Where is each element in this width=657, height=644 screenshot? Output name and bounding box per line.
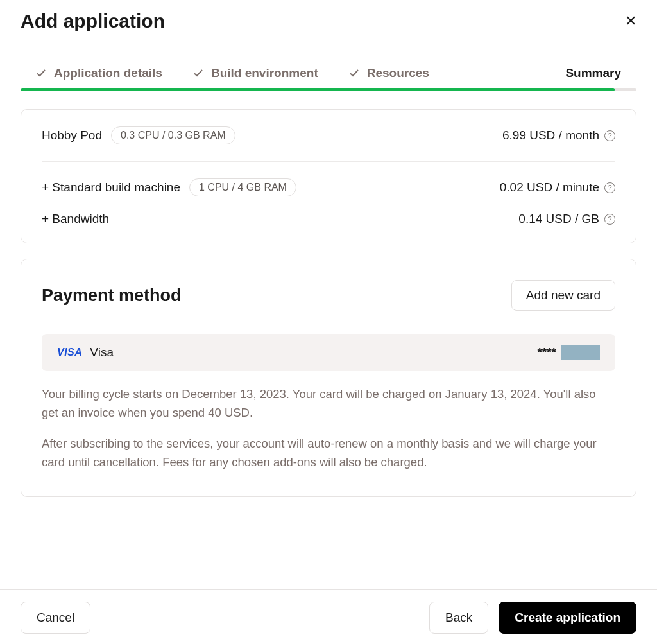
stepper: Application details Build environment Re…	[0, 48, 657, 91]
step-label: Summary	[565, 66, 621, 80]
create-application-button[interactable]: Create application	[499, 602, 636, 634]
item-name: + Standard build machine	[42, 180, 180, 195]
info-icon[interactable]	[604, 182, 615, 193]
item-price: 0.14 USD / GB	[518, 212, 599, 226]
check-icon	[36, 68, 46, 78]
billing-note: Your billing cycle starts on December 13…	[42, 385, 615, 422]
close-button[interactable]: ✕	[625, 14, 636, 28]
line-item: + Bandwidth 0.14 USD / GB	[42, 204, 615, 243]
payment-heading: Payment method	[42, 286, 182, 306]
step-label: Build environment	[211, 66, 318, 80]
step-label: Resources	[367, 66, 429, 80]
step-label: Application details	[54, 66, 162, 80]
pricing-summary-card: Hobby Pod 0.3 CPU / 0.3 GB RAM 6.99 USD …	[21, 109, 636, 243]
item-spec-pill: 0.3 CPU / 0.3 GB RAM	[111, 126, 235, 144]
line-item: Hobby Pod 0.3 CPU / 0.3 GB RAM 6.99 USD …	[42, 110, 615, 161]
card-last4-redacted	[561, 345, 600, 360]
summary-content: Hobby Pod 0.3 CPU / 0.3 GB RAM 6.99 USD …	[0, 91, 657, 497]
line-item: + Standard build machine 1 CPU / 4 GB RA…	[42, 162, 615, 204]
step-resources[interactable]: Resources	[349, 66, 429, 80]
payment-method-card: Payment method Add new card VISA Visa **…	[21, 259, 636, 497]
page-title: Add application	[21, 10, 165, 32]
back-button[interactable]: Back	[429, 602, 488, 634]
check-icon	[193, 68, 203, 78]
info-icon[interactable]	[604, 214, 615, 225]
item-spec-pill: 1 CPU / 4 GB RAM	[189, 178, 296, 196]
close-icon: ✕	[625, 13, 636, 29]
cancel-button[interactable]: Cancel	[21, 602, 90, 634]
card-brand: Visa	[90, 345, 114, 360]
modal-header: Add application ✕	[0, 0, 657, 48]
check-icon	[349, 68, 359, 78]
info-icon[interactable]	[604, 130, 615, 141]
step-build-environment[interactable]: Build environment	[193, 66, 318, 80]
add-card-button[interactable]: Add new card	[511, 280, 615, 311]
item-name: + Bandwidth	[42, 212, 109, 226]
renewal-note: After subscribing to the services, your …	[42, 435, 615, 471]
step-application-details[interactable]: Application details	[36, 66, 162, 80]
saved-card[interactable]: VISA Visa ****	[42, 334, 615, 371]
visa-logo-icon: VISA	[57, 347, 82, 358]
item-name: Hobby Pod	[42, 128, 102, 143]
item-price: 0.02 USD / minute	[500, 180, 599, 195]
modal-footer: Cancel Back Create application	[0, 589, 657, 644]
item-price: 6.99 USD / month	[502, 128, 599, 143]
step-summary[interactable]: Summary	[565, 66, 621, 80]
card-mask: ****	[537, 345, 556, 360]
